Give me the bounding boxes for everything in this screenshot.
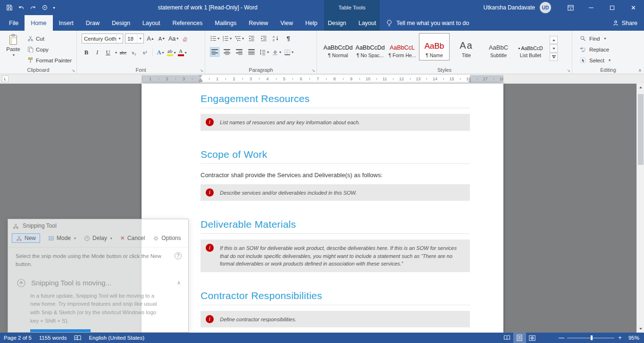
change-case-button[interactable]: Aa▾ <box>168 34 178 43</box>
styles-more-icon[interactable] <box>550 53 558 61</box>
style-list-bullet[interactable]: • AaBbCcD List Bullet <box>515 33 546 60</box>
style-form-header[interactable]: AaBbCcL ¶ Form He... <box>387 33 418 60</box>
share-button[interactable]: Share <box>612 15 637 31</box>
read-mode-button[interactable] <box>501 333 513 343</box>
subscript-button[interactable]: x₂ <box>129 48 139 57</box>
word-count[interactable]: 1155 words <box>39 335 67 341</box>
clipboard-dialog-launcher-icon[interactable]: ↘ <box>71 68 75 73</box>
font-size-combo[interactable]: 18 ▾ <box>125 34 144 43</box>
collapse-chevron-icon[interactable]: ∧ <box>177 280 181 286</box>
user-name[interactable]: Utkarsha Dandavate <box>484 4 535 11</box>
proofing-status-icon[interactable] <box>74 335 81 341</box>
tab-file[interactable]: File <box>3 15 25 31</box>
clear-formatting-button[interactable] <box>180 34 190 43</box>
tab-draw[interactable]: Draw <box>80 15 106 31</box>
underline-button[interactable]: U <box>103 48 113 57</box>
snip-delay-button[interactable]: Delay ▾ <box>84 235 112 241</box>
maximize-button[interactable] <box>602 0 623 15</box>
style-no-spacing[interactable]: AaBbCcDd ¶ No Spac... <box>355 33 385 60</box>
snip-mode-button[interactable]: Mode ▾ <box>48 235 76 241</box>
web-layout-button[interactable] <box>526 333 539 343</box>
styles-dialog-launcher-icon[interactable]: ↘ <box>567 68 570 73</box>
customize-qat-chevron-icon[interactable]: ▾ <box>51 2 57 13</box>
grow-font-button[interactable]: A▲ <box>146 34 155 43</box>
indent-marker-left[interactable] <box>199 75 202 82</box>
style-subtitle[interactable]: AaBbC Subtitle <box>483 33 514 60</box>
help-icon[interactable]: ? <box>175 252 182 259</box>
justify-button[interactable] <box>247 47 256 57</box>
find-button[interactable]: Find ▾ <box>580 34 644 43</box>
minimize-button[interactable] <box>580 0 602 15</box>
increase-indent-button[interactable] <box>259 34 268 43</box>
undo-icon[interactable] <box>16 2 26 13</box>
replace-button[interactable]: abac Replace <box>580 45 644 54</box>
snip-options-button[interactable]: Options <box>153 235 181 241</box>
italic-button[interactable]: I <box>92 48 102 57</box>
ruler-strip[interactable]: 321123456789101112131415161718 <box>142 75 503 83</box>
shrink-font-button[interactable]: A▼ <box>157 34 167 43</box>
style-name-selected[interactable]: AaBb ¶ Name <box>419 33 450 60</box>
font-color-button[interactable]: A▾ <box>177 48 187 57</box>
tab-view[interactable]: View <box>274 15 299 31</box>
style-title[interactable]: Aa Title <box>451 33 482 60</box>
try-snip-sketch-button[interactable]: Try Snip & Sketch <box>30 329 91 333</box>
tab-table-design[interactable]: Design <box>322 15 352 31</box>
font-family-combo[interactable]: Century Goth ▾ <box>82 34 123 43</box>
line-spacing-button[interactable]: ▾ <box>259 47 269 57</box>
scroll-up-icon[interactable] <box>637 84 644 91</box>
tab-table-layout[interactable]: Layout <box>352 15 383 31</box>
align-center-button[interactable] <box>222 47 232 57</box>
copy-button[interactable]: Copy <box>27 45 72 54</box>
multilevel-list-button[interactable]: ▾ <box>234 34 244 43</box>
sort-button[interactable]: AZ <box>271 34 281 43</box>
zoom-percentage[interactable]: 95% <box>628 335 639 341</box>
tab-insert[interactable]: Insert <box>53 15 80 31</box>
tab-references[interactable]: References <box>166 15 209 31</box>
tab-layout[interactable]: Layout <box>136 15 167 31</box>
language-indicator[interactable]: English (United States) <box>89 335 144 341</box>
font-dialog-launcher-icon[interactable]: ↘ <box>200 68 203 73</box>
save-icon[interactable] <box>4 2 15 13</box>
page-indicator[interactable]: Page 2 of 5 <box>4 335 32 341</box>
format-painter-button[interactable]: Format Painter <box>27 56 72 65</box>
bullets-button[interactable]: ▾ <box>210 34 219 43</box>
scroll-down-icon[interactable] <box>637 325 644 333</box>
vertical-scrollbar[interactable] <box>636 84 644 333</box>
tab-home[interactable]: Home <box>25 15 52 31</box>
align-left-button[interactable] <box>210 47 219 57</box>
select-button[interactable]: Select ▾ <box>580 56 644 65</box>
zoom-slider[interactable] <box>567 333 614 343</box>
collapse-ribbon-icon[interactable]: ∧ <box>638 68 642 73</box>
cut-button[interactable]: Cut <box>27 34 72 43</box>
styles-scroll-up-icon[interactable] <box>550 36 558 44</box>
align-right-button[interactable] <box>234 47 244 57</box>
tab-mailings[interactable]: Mailings <box>209 15 243 31</box>
paragraph-dialog-launcher-icon[interactable]: ↘ <box>311 68 315 73</box>
decrease-indent-button[interactable] <box>247 34 256 43</box>
highlight-button[interactable]: ab▾ <box>167 48 176 57</box>
numbering-button[interactable]: ▾ <box>222 34 232 43</box>
zoom-out-button[interactable]: — <box>557 334 566 341</box>
touch-mode-icon[interactable] <box>39 2 50 13</box>
redo-icon[interactable] <box>27 2 38 13</box>
borders-button[interactable]: ▾ <box>284 47 293 57</box>
tab-review[interactable]: Review <box>243 15 274 31</box>
text-effects-button[interactable]: A▾ <box>156 48 165 57</box>
zoom-in-button[interactable]: + <box>615 334 625 341</box>
snip-cancel-button[interactable]: ✕ Cancel <box>120 235 145 241</box>
zoom-thumb[interactable] <box>591 335 593 340</box>
strikethrough-button[interactable]: abc <box>118 48 128 57</box>
ribbon-display-options-icon[interactable] <box>563 0 577 15</box>
close-button[interactable]: ✕ <box>623 0 644 15</box>
styles-scroll-down-icon[interactable] <box>550 44 558 52</box>
user-avatar[interactable]: UD <box>540 2 551 13</box>
shading-button[interactable]: ▾ <box>272 47 281 57</box>
tab-stop-selector[interactable]: L <box>2 76 8 82</box>
tab-design[interactable]: Design <box>106 15 136 31</box>
paste-button[interactable]: Paste ▾ <box>3 33 24 65</box>
bold-button[interactable]: B <box>82 48 91 57</box>
tab-help[interactable]: Help <box>299 15 324 31</box>
tell-me-box[interactable]: Tell me what you want to do <box>386 15 469 31</box>
superscript-button[interactable]: x² <box>140 48 150 57</box>
scrollbar-thumb[interactable] <box>638 94 644 165</box>
